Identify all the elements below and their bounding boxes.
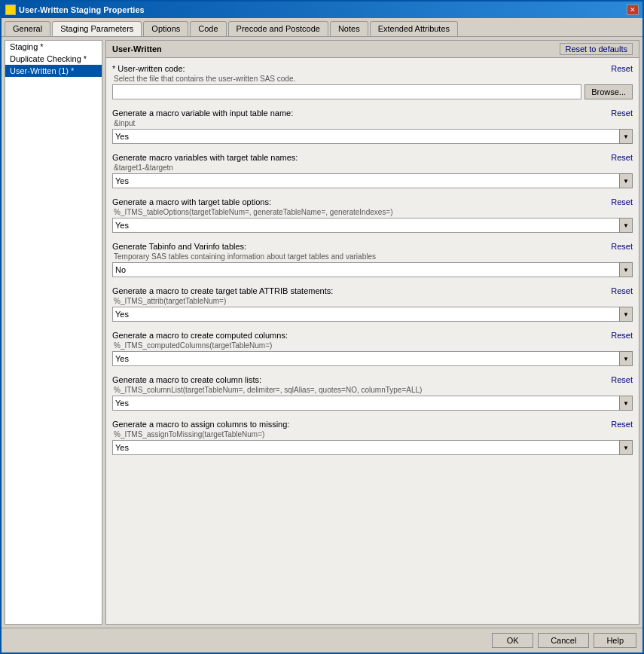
select-wrapper-assign-missing: Yes No ▼ bbox=[112, 440, 633, 455]
panel-header: User-Written Reset to defaults bbox=[106, 41, 639, 58]
main-window: User-Written Staging Properties ✕ Genera… bbox=[0, 0, 644, 654]
reset-defaults-button[interactable]: Reset to defaults bbox=[560, 43, 633, 55]
dropdown-macro-input[interactable]: Yes No bbox=[112, 129, 633, 144]
form-label-macro-input: Generate a macro variable with input tab… bbox=[112, 108, 633, 118]
sidebar-item-staging[interactable]: Staging * bbox=[5, 41, 102, 53]
form-group-user-written-code: * User-written code: Reset Select the fi… bbox=[112, 64, 633, 99]
hint-attrib-statements: %_ITMS_attrib(targetTableNum=) bbox=[112, 297, 633, 305]
label-assign-missing: Generate a macro to assign columns to mi… bbox=[112, 420, 289, 429]
close-button[interactable]: ✕ bbox=[627, 5, 639, 15]
reset-user-written-code[interactable]: Reset bbox=[611, 64, 633, 73]
form-group-computed-columns: Generate a macro to create computed colu… bbox=[112, 331, 633, 366]
dropdown-computed-columns[interactable]: Yes No bbox=[112, 351, 633, 366]
form-label-column-lists: Generate a macro to create column lists:… bbox=[112, 375, 633, 384]
form-label-tabinfo-varinfo: Generate Tabinfo and Varinfo tables: Res… bbox=[112, 242, 633, 251]
form-group-macro-target-options: Generate a macro with target table optio… bbox=[112, 197, 633, 233]
hint-assign-missing: %_ITMS_assignToMissing(targetTableNum=) bbox=[112, 430, 633, 439]
cancel-button[interactable]: Cancel bbox=[538, 633, 589, 648]
reset-tabinfo-varinfo[interactable]: Reset bbox=[611, 242, 633, 251]
reset-macro-target-options[interactable]: Reset bbox=[611, 197, 633, 206]
label-computed-columns: Generate a macro to create computed colu… bbox=[112, 331, 288, 340]
hint-macro-target-options: %_ITMS_tableOptions(targetTableNum=, gen… bbox=[112, 208, 633, 216]
tab-extended-attributes[interactable]: Extended Attributes bbox=[370, 21, 458, 36]
title-bar-left: User-Written Staging Properties bbox=[5, 5, 145, 15]
form-label-user-written-code: * User-written code: Reset bbox=[112, 64, 633, 73]
select-wrapper-macro-target-options: Yes No ▼ bbox=[112, 218, 633, 233]
select-wrapper-column-lists: Yes No ▼ bbox=[112, 396, 633, 411]
select-wrapper-attrib-statements: Yes No ▼ bbox=[112, 307, 633, 322]
window-title: User-Written Staging Properties bbox=[19, 5, 145, 14]
main-content: Staging * Duplicate Checking * User-Writ… bbox=[2, 37, 642, 628]
reset-column-lists[interactable]: Reset bbox=[611, 375, 633, 384]
label-column-lists: Generate a macro to create column lists: bbox=[112, 375, 261, 384]
form-row-user-written-code: Browse... bbox=[112, 84, 633, 99]
form-group-tabinfo-varinfo: Generate Tabinfo and Varinfo tables: Res… bbox=[112, 242, 633, 277]
select-wrapper-computed-columns: Yes No ▼ bbox=[112, 351, 633, 366]
tab-code[interactable]: Code bbox=[190, 21, 226, 36]
label-macro-target: Generate macro variables with target tab… bbox=[112, 153, 298, 162]
window-icon bbox=[5, 5, 16, 15]
form-label-computed-columns: Generate a macro to create computed colu… bbox=[112, 331, 633, 340]
sidebar-item-duplicate-checking[interactable]: Duplicate Checking * bbox=[5, 53, 102, 65]
label-macro-target-options: Generate a macro with target table optio… bbox=[112, 197, 271, 206]
bottom-bar: OK Cancel Help bbox=[2, 628, 642, 652]
dropdown-attrib-statements[interactable]: Yes No bbox=[112, 307, 633, 322]
reset-macro-target[interactable]: Reset bbox=[611, 153, 633, 162]
browse-button[interactable]: Browse... bbox=[584, 84, 633, 99]
dropdown-macro-target-options[interactable]: Yes No bbox=[112, 218, 633, 233]
select-wrapper-macro-input: Yes No ▼ bbox=[112, 129, 633, 144]
form-group-column-lists: Generate a macro to create column lists:… bbox=[112, 375, 633, 411]
tab-general[interactable]: General bbox=[5, 21, 50, 36]
form-label-macro-target-options: Generate a macro with target table optio… bbox=[112, 197, 633, 206]
form-group-assign-missing: Generate a macro to assign columns to mi… bbox=[112, 420, 633, 455]
form-label-attrib-statements: Generate a macro to create target table … bbox=[112, 286, 633, 295]
form-group-macro-input: Generate a macro variable with input tab… bbox=[112, 108, 633, 144]
reset-attrib-statements[interactable]: Reset bbox=[611, 286, 633, 295]
tabs-row: General Staging Parameters Options Code … bbox=[2, 18, 642, 37]
reset-computed-columns[interactable]: Reset bbox=[611, 331, 633, 340]
dropdown-macro-target[interactable]: Yes No bbox=[112, 173, 633, 188]
tab-precode-postcode[interactable]: Precode and Postcode bbox=[228, 21, 328, 36]
label-attrib-statements: Generate a macro to create target table … bbox=[112, 286, 333, 295]
help-button[interactable]: Help bbox=[594, 633, 636, 648]
title-bar: User-Written Staging Properties ✕ bbox=[2, 2, 642, 18]
sidebar: Staging * Duplicate Checking * User-Writ… bbox=[5, 40, 102, 625]
hint-computed-columns: %_ITMS_computedColumns(targetTableNum=) bbox=[112, 341, 633, 350]
hint-tabinfo-varinfo: Temporary SAS tables containing informat… bbox=[112, 252, 633, 261]
user-written-code-input[interactable] bbox=[112, 84, 581, 99]
ok-button[interactable]: OK bbox=[492, 633, 533, 648]
panel-header-title: User-Written bbox=[112, 44, 162, 53]
tab-notes[interactable]: Notes bbox=[330, 21, 368, 36]
hint-column-lists: %_ITMS_columnList(targetTableNum=, delim… bbox=[112, 386, 633, 394]
hint-macro-target: &target1-&targetn bbox=[112, 164, 633, 172]
content-panel: User-Written Reset to defaults * User-wr… bbox=[105, 40, 639, 625]
sidebar-item-user-written[interactable]: User-Written (1) * bbox=[5, 65, 102, 77]
tab-staging-parameters[interactable]: Staging Parameters bbox=[52, 21, 142, 36]
dropdown-assign-missing[interactable]: Yes No bbox=[112, 440, 633, 455]
label-macro-input: Generate a macro variable with input tab… bbox=[112, 108, 293, 118]
form-label-macro-target: Generate macro variables with target tab… bbox=[112, 153, 633, 162]
hint-macro-input: &input bbox=[112, 119, 633, 127]
form-group-macro-target: Generate macro variables with target tab… bbox=[112, 153, 633, 188]
tab-options[interactable]: Options bbox=[143, 21, 188, 36]
label-tabinfo-varinfo: Generate Tabinfo and Varinfo tables: bbox=[112, 242, 246, 251]
select-wrapper-macro-target: Yes No ▼ bbox=[112, 173, 633, 188]
form-label-assign-missing: Generate a macro to assign columns to mi… bbox=[112, 420, 633, 429]
reset-assign-missing[interactable]: Reset bbox=[611, 420, 633, 429]
form-group-attrib-statements: Generate a macro to create target table … bbox=[112, 286, 633, 322]
panel-body: * User-written code: Reset Select the fi… bbox=[106, 58, 639, 624]
dropdown-column-lists[interactable]: Yes No bbox=[112, 396, 633, 411]
reset-macro-input[interactable]: Reset bbox=[611, 108, 633, 118]
label-user-written-code: * User-written code: bbox=[112, 64, 185, 73]
select-wrapper-tabinfo-varinfo: Yes No ▼ bbox=[112, 262, 633, 277]
hint-user-written-code: Select the file that contains the user-w… bbox=[112, 75, 633, 83]
dropdown-tabinfo-varinfo[interactable]: Yes No bbox=[112, 262, 633, 277]
